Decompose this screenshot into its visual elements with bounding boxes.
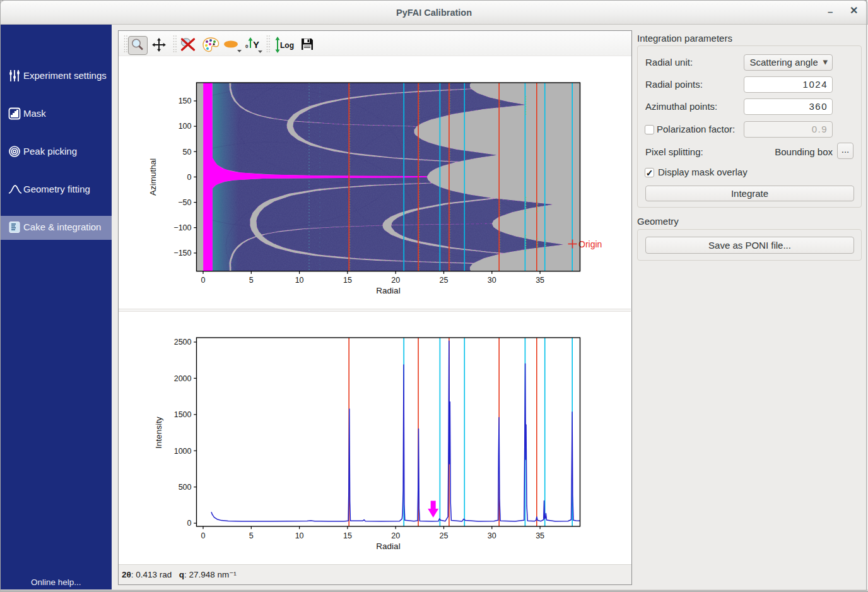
svg-text:30: 30: [488, 276, 496, 285]
svg-text:Radial: Radial: [376, 286, 400, 295]
svg-text:−100: −100: [173, 223, 191, 232]
svg-text:20: 20: [391, 276, 400, 285]
svg-text:35: 35: [536, 531, 544, 540]
svg-text:Radial: Radial: [376, 542, 400, 551]
svg-text:25: 25: [440, 531, 449, 540]
svg-text:0: 0: [187, 173, 192, 182]
svg-text:50: 50: [183, 148, 192, 157]
svg-text:1000: 1000: [174, 447, 192, 456]
svg-text:−50: −50: [178, 198, 191, 207]
svg-text:30: 30: [488, 531, 496, 540]
svg-text:10: 10: [295, 531, 304, 540]
svg-text:−150: −150: [173, 249, 191, 258]
svg-text:2000: 2000: [174, 374, 192, 383]
svg-text:5: 5: [249, 531, 254, 540]
svg-text:500: 500: [179, 483, 192, 492]
svg-text:2500: 2500: [174, 338, 192, 346]
svg-text:Azimuthal: Azimuthal: [148, 158, 158, 196]
svg-text:0: 0: [245, 44, 249, 49]
svg-text:Intensity: Intensity: [154, 417, 163, 449]
svg-text:Origin: Origin: [578, 239, 602, 249]
svg-text:100: 100: [179, 122, 192, 131]
svg-text:0: 0: [187, 519, 192, 528]
svg-text:0: 0: [201, 531, 206, 540]
svg-text:0: 0: [201, 276, 206, 285]
svg-text:5: 5: [249, 276, 254, 285]
svg-text:150: 150: [179, 97, 192, 105]
svg-text:15: 15: [343, 531, 352, 540]
svg-text:35: 35: [536, 276, 544, 285]
svg-text:25: 25: [440, 276, 449, 285]
svg-text:15: 15: [343, 276, 352, 285]
svg-text:Log: Log: [280, 41, 294, 50]
svg-text:20: 20: [391, 531, 400, 540]
svg-text:10: 10: [295, 276, 304, 285]
svg-text:Y: Y: [253, 39, 259, 50]
svg-text:1500: 1500: [174, 410, 192, 419]
